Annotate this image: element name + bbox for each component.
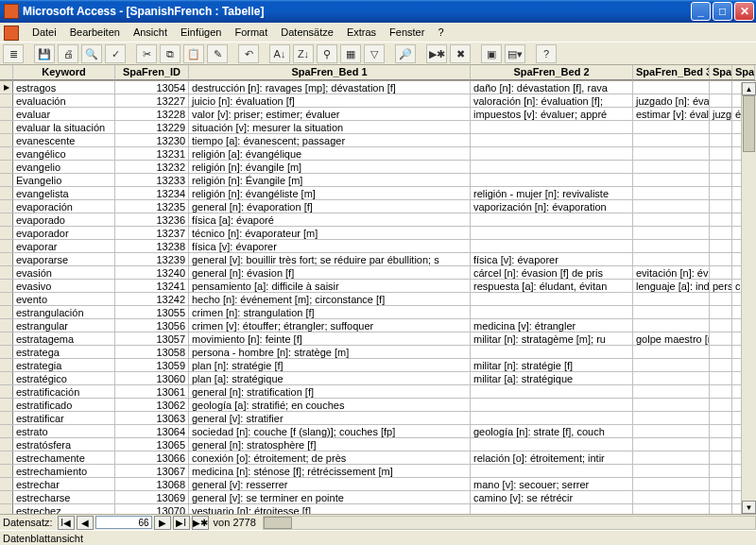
cell-id[interactable]: 13069 bbox=[115, 491, 189, 503]
maximize-button[interactable]: □ bbox=[713, 2, 732, 21]
table-row[interactable]: estratificado13062geología [a]: stratifi… bbox=[0, 399, 756, 412]
table-row[interactable]: evangelista13234religión [n]: évangélist… bbox=[0, 187, 756, 200]
cell-bed2[interactable]: cárcel [n]: évasion [f] de pris bbox=[471, 266, 633, 279]
cell-bed4[interactable] bbox=[710, 451, 732, 464]
table-row[interactable]: Evangelio13233religión [n]: Évangile [m] bbox=[0, 174, 756, 187]
cell-bed2[interactable]: religión - mujer [n]: revivaliste bbox=[471, 187, 633, 199]
filter-by-form-button[interactable]: ▦ bbox=[340, 44, 361, 63]
filter-by-selection-button[interactable]: ⚲ bbox=[317, 44, 337, 63]
cell-bed4[interactable]: juzgar [v]: bbox=[710, 108, 732, 120]
cell-bed1[interactable]: general [v]: se terminer en pointe bbox=[189, 491, 471, 503]
cell-bed1[interactable]: técnico [n]: évaporateur [m] bbox=[189, 227, 471, 239]
cell-bed3[interactable] bbox=[633, 174, 710, 186]
view-button[interactable]: ≣ bbox=[3, 44, 24, 63]
cell-bed1[interactable]: sociedad [n]: couche [f (slang)]; couche… bbox=[189, 425, 471, 437]
cell-bed3[interactable] bbox=[633, 121, 710, 133]
cell-bed4[interactable] bbox=[710, 293, 732, 305]
cell-bed4[interactable] bbox=[710, 266, 732, 279]
row-selector[interactable] bbox=[0, 147, 13, 160]
row-selector[interactable] bbox=[0, 319, 13, 332]
menu-format[interactable]: Format bbox=[229, 25, 273, 40]
close-button[interactable]: ✕ bbox=[734, 2, 754, 21]
cell-id[interactable]: 13067 bbox=[115, 465, 189, 477]
cell-keyword[interactable]: evaluación bbox=[13, 94, 115, 107]
cell-keyword[interactable]: evaporador bbox=[13, 227, 115, 239]
table-row[interactable]: estratificación13061general [n]: stratif… bbox=[0, 385, 756, 399]
cell-id[interactable]: 13061 bbox=[115, 385, 189, 398]
table-row[interactable]: estratósfera13065general [n]: stratosphè… bbox=[0, 438, 756, 451]
table-row[interactable]: estrategia13059plan [n]: stratégie [f]mi… bbox=[0, 359, 756, 372]
copy-button[interactable]: ⧉ bbox=[160, 44, 180, 63]
menu-einfuegen[interactable]: Einfügen bbox=[175, 25, 227, 40]
cell-id[interactable]: 13230 bbox=[115, 134, 189, 146]
table-row[interactable]: estrechamente13066conexión [o]: étroitem… bbox=[0, 451, 756, 465]
cell-bed1[interactable]: valor [v]: priser; estimer; évaluer bbox=[189, 108, 471, 120]
cell-bed2[interactable] bbox=[471, 293, 633, 305]
cell-bed3[interactable] bbox=[633, 451, 710, 464]
cell-bed4[interactable] bbox=[710, 134, 732, 146]
cell-bed2[interactable]: mano [v]: secouer; serrer bbox=[471, 478, 633, 490]
cell-keyword[interactable]: evangelista bbox=[13, 187, 115, 199]
menu-bearbeiten[interactable]: Bearbeiten bbox=[64, 25, 126, 40]
cell-bed1[interactable]: general [v]: bouillir très fort; se rédu… bbox=[189, 253, 471, 265]
cell-bed2[interactable] bbox=[471, 121, 633, 133]
cell-bed2[interactable]: daño [n]: dévastation [f], rava bbox=[471, 81, 633, 94]
cell-bed1[interactable]: medicina [n]: sténose [f]; rétrécissemen… bbox=[189, 465, 471, 477]
cell-bed4[interactable] bbox=[710, 253, 732, 265]
cell-bed2[interactable] bbox=[471, 227, 633, 239]
row-selector[interactable] bbox=[0, 465, 13, 477]
cell-keyword[interactable]: evaporar bbox=[13, 240, 115, 252]
cell-bed3[interactable] bbox=[633, 359, 710, 371]
cell-bed3[interactable] bbox=[633, 200, 710, 213]
cell-bed1[interactable]: persona - hombre [n]: stratège [m] bbox=[189, 346, 471, 358]
cell-bed4[interactable] bbox=[710, 306, 732, 318]
cell-bed3[interactable] bbox=[633, 253, 710, 265]
vscroll-thumb[interactable] bbox=[743, 95, 755, 152]
row-selector[interactable] bbox=[0, 174, 13, 186]
cell-bed4[interactable] bbox=[710, 465, 732, 477]
cell-bed2[interactable] bbox=[471, 438, 633, 451]
cell-id[interactable]: 13233 bbox=[115, 174, 189, 186]
col-keyword-header[interactable]: Keyword bbox=[13, 65, 115, 80]
cell-bed2[interactable] bbox=[471, 240, 633, 252]
cell-bed4[interactable] bbox=[710, 121, 732, 133]
cell-bed1[interactable]: general [n]: stratification [f] bbox=[189, 385, 471, 398]
cell-bed4[interactable] bbox=[710, 187, 732, 199]
cell-id[interactable]: 13234 bbox=[115, 187, 189, 199]
cell-id[interactable]: 13058 bbox=[115, 346, 189, 358]
cell-bed3[interactable]: estimar [v]: évaluer, es bbox=[633, 108, 710, 120]
cell-bed3[interactable] bbox=[633, 293, 710, 305]
row-selector[interactable] bbox=[0, 280, 13, 292]
new-record-nav-button[interactable]: ▶✱ bbox=[192, 516, 209, 530]
apply-filter-button[interactable]: ▽ bbox=[364, 44, 385, 63]
table-row[interactable]: evaluar13228valor [v]: priser; estimer; … bbox=[0, 108, 756, 121]
table-row[interactable]: estratega13058persona - hombre [n]: stra… bbox=[0, 346, 756, 359]
row-selector[interactable] bbox=[0, 227, 13, 239]
cell-keyword[interactable]: estrechar bbox=[13, 478, 115, 490]
cell-bed2[interactable] bbox=[471, 174, 633, 186]
cell-bed2[interactable] bbox=[471, 465, 633, 477]
cut-button[interactable]: ✂ bbox=[136, 44, 157, 63]
cell-bed3[interactable] bbox=[633, 372, 710, 384]
cell-bed2[interactable] bbox=[471, 306, 633, 318]
cell-bed1[interactable]: crimen [v]: étouffer; étrangler; suffoqu… bbox=[189, 319, 471, 332]
cell-bed4[interactable] bbox=[710, 491, 732, 503]
cell-bed1[interactable]: física [a]: évaporé bbox=[189, 213, 471, 226]
cell-bed3[interactable] bbox=[633, 147, 710, 160]
cell-id[interactable]: 13227 bbox=[115, 94, 189, 107]
cell-bed4[interactable]: persona [a]: ins bbox=[710, 280, 732, 292]
cell-id[interactable]: 13059 bbox=[115, 359, 189, 371]
cell-bed1[interactable]: hecho [n]: événement [m]; circonstance [… bbox=[189, 293, 471, 305]
cell-keyword[interactable]: estratégico bbox=[13, 372, 115, 384]
row-selector[interactable] bbox=[0, 491, 13, 503]
cell-bed4[interactable] bbox=[710, 174, 732, 186]
table-row[interactable]: evaluación13227juicio [n]: évaluation [f… bbox=[0, 94, 756, 108]
database-window-button[interactable]: ▣ bbox=[481, 44, 502, 63]
table-row[interactable]: evaporarse13239general [v]: bouillir trè… bbox=[0, 253, 756, 266]
row-selector[interactable] bbox=[0, 306, 13, 318]
table-row[interactable]: evaporación13235general [n]: évaporation… bbox=[0, 200, 756, 213]
cell-bed1[interactable]: tiempo [a]: évanescent; passager bbox=[189, 134, 471, 146]
horizontal-scrollbar[interactable] bbox=[263, 516, 756, 530]
cell-bed3[interactable] bbox=[633, 134, 710, 146]
cell-id[interactable]: 13241 bbox=[115, 280, 189, 292]
